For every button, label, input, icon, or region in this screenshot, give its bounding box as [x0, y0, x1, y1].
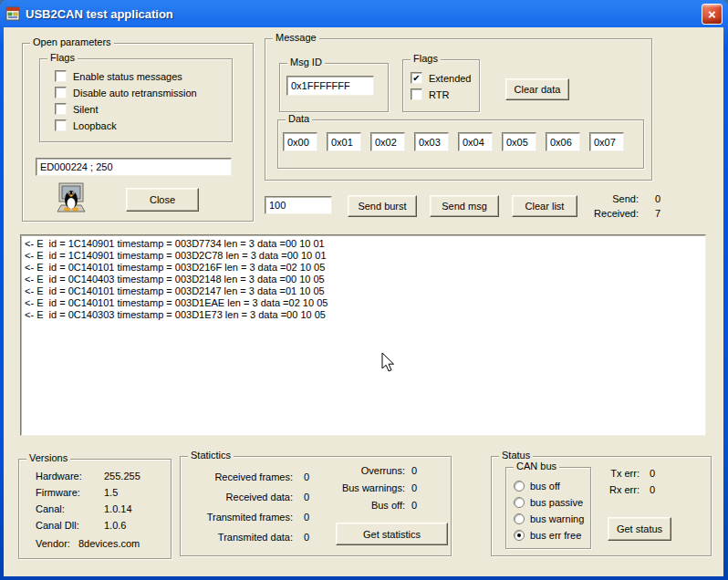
checkbox-label: RTR	[429, 89, 449, 100]
burst-count-input[interactable]	[265, 196, 332, 214]
get-status-button[interactable]: Get status	[608, 517, 671, 541]
can-bus-title: CAN bus	[514, 461, 559, 472]
received-count-label: Received:	[555, 206, 639, 221]
open-flags-group: Flags Enable status messagesDisable auto…	[39, 58, 233, 142]
version-label: Firmware:	[36, 487, 104, 498]
extended-checkbox[interactable]: ✔	[411, 72, 422, 84]
checkbox-row-disable-auto-retransmission: Disable auto retransmission	[55, 87, 197, 98]
checkbox-label: Loopback	[73, 120, 117, 131]
title-bar[interactable]: USB2CAN test application ×	[0, 0, 728, 27]
message-list-item[interactable]: <- E id = 0C140101 timestamp = 003D1EAE …	[25, 297, 702, 309]
message-list-item[interactable]: <- E id = 1C140901 timestamp = 003D7734 …	[25, 238, 702, 250]
bus-warning-radio[interactable]	[514, 513, 525, 524]
stat-label: Received frames:	[190, 471, 293, 482]
stat-label: Bus warnings:	[299, 482, 405, 493]
stat-value: 0	[411, 500, 417, 511]
radio-row-bus-warning: bus warning	[514, 513, 584, 524]
tx-err-value: 0	[650, 468, 655, 479]
stat-row-bus-warnings-: Bus warnings:0	[299, 482, 417, 500]
clear-data-button[interactable]: Clear data	[505, 78, 569, 100]
checkbox-label: Disable auto retransmission	[73, 88, 197, 98]
version-value: 255.255	[104, 471, 140, 482]
data-group: Data	[277, 119, 644, 169]
open-parameters-group: Open parameters Flags Enable status mess…	[22, 43, 254, 222]
stat-label: Transmited frames:	[190, 512, 293, 523]
stat-value: 0	[411, 482, 417, 493]
device-field[interactable]	[36, 158, 232, 176]
message-list-item[interactable]: <- E id = 0C140403 timestamp = 003D2148 …	[25, 274, 702, 285]
radio-row-bus-off: bus off	[514, 480, 584, 492]
loopback-checkbox[interactable]	[55, 119, 67, 131]
vendor-value: 8devices.com	[78, 538, 140, 549]
stat-row-overruns-: Overruns:0	[299, 465, 417, 482]
checkbox-label: Silent	[73, 104, 99, 115]
rx-err-label: Rx err:	[601, 484, 640, 495]
send-msg-button[interactable]: Send msg	[430, 195, 499, 217]
bus-err-free-radio[interactable]	[514, 530, 525, 541]
versions-group: Versions Hardware:255.255Firmware:1.5Can…	[18, 459, 172, 559]
statistics-title: Statictics	[188, 450, 234, 461]
message-list-item[interactable]: <- E id = 0C140303 timestamp = 003D1E73 …	[25, 309, 702, 321]
checkbox-row-extended: ✔Extended	[411, 72, 471, 84]
send-burst-button[interactable]: Send burst	[348, 195, 417, 217]
message-group: Message Msg ID Flags ✔ExtendedRTR Clear …	[265, 38, 652, 181]
get-statistics-button[interactable]: Get statistics	[336, 523, 448, 545]
window-title: USB2CAN test application	[26, 7, 702, 21]
data-byte-input-1[interactable]	[327, 132, 361, 151]
data-byte-input-3[interactable]	[414, 132, 449, 151]
silent-checkbox[interactable]	[55, 103, 67, 115]
message-list-item[interactable]: <- E id = 0C140101 timestamp = 003D2147 …	[25, 285, 702, 297]
app-icon	[5, 6, 20, 21]
statistics-left-rows: Received frames:0Received data:0Transmit…	[190, 471, 309, 552]
bus-off-radio[interactable]	[514, 481, 525, 492]
message-title: Message	[273, 32, 319, 44]
data-byte-input-2[interactable]	[370, 132, 405, 151]
vendor-label: Vendor:	[36, 538, 70, 549]
bus-passive-radio[interactable]	[514, 497, 525, 508]
rtr-checkbox[interactable]	[411, 88, 422, 100]
penguin-icon	[54, 181, 88, 216]
radio-label: bus warning	[530, 513, 584, 524]
stat-row-received-frames-: Received frames:0	[190, 471, 309, 492]
radio-label: bus passive	[530, 497, 583, 508]
data-byte-input-5[interactable]	[502, 132, 536, 151]
tx-err-label: Tx err:	[601, 468, 640, 479]
send-count-label: Send:	[555, 192, 639, 206]
disable-auto-retransmission-checkbox[interactable]	[55, 87, 67, 98]
message-list[interactable]: <- E id = 1C140901 timestamp = 003D7734 …	[20, 234, 706, 436]
checkbox-row-rtr: RTR	[411, 88, 471, 100]
message-flags-title: Flags	[411, 53, 441, 65]
data-byte-input-4[interactable]	[458, 132, 493, 151]
close-icon: ×	[708, 7, 716, 21]
client-area: Open parameters Flags Enable status mess…	[4, 27, 723, 576]
version-value: 1.0.14	[104, 503, 132, 514]
radio-label: bus off	[530, 481, 560, 492]
vendor-row: Vendor: 8devices.com	[36, 538, 140, 549]
enable-status-messages-checkbox[interactable]	[55, 70, 67, 82]
message-list-item[interactable]: <- E id = 1C140901 timestamp = 003D2C78 …	[25, 250, 702, 262]
versions-rows: Hardware:255.255Firmware:1.5Canal:1.0.14…	[36, 471, 165, 536]
statistics-right-rows: Overruns:0Bus warnings:0Bus off:0	[299, 465, 417, 517]
version-value: 1.0.6	[104, 520, 126, 531]
data-byte-input-7[interactable]	[589, 132, 624, 151]
close-button[interactable]: Close	[126, 188, 199, 212]
open-parameters-title: Open parameters	[30, 36, 114, 48]
msg-id-title: Msg ID	[287, 57, 325, 68]
radio-row-bus-err-free: bus err free	[514, 529, 584, 541]
window-close-button[interactable]: ×	[702, 4, 723, 25]
message-list-item[interactable]: <- E id = 0C140101 timestamp = 003D216F …	[25, 262, 702, 274]
stat-row-received-data-: Received data:0	[190, 492, 309, 512]
data-bytes-row	[283, 132, 624, 151]
msg-id-input[interactable]	[286, 76, 374, 96]
checkbox-row-loopback: Loopback	[55, 119, 197, 131]
stat-value: 0	[304, 532, 309, 543]
error-counters: Tx err: 0 Rx err: 0	[601, 468, 655, 501]
rx-err-value: 0	[650, 484, 655, 495]
canbus-radio-list: bus offbus passivebus warningbus err fre…	[514, 480, 584, 545]
open-flags-list: Enable status messagesDisable auto retra…	[55, 70, 197, 136]
message-flags-list: ✔ExtendedRTR	[411, 72, 471, 105]
received-count-value: 7	[655, 206, 660, 221]
data-byte-input-6[interactable]	[546, 132, 580, 151]
version-label: Hardware:	[36, 471, 104, 482]
data-byte-input-0[interactable]	[283, 132, 317, 151]
